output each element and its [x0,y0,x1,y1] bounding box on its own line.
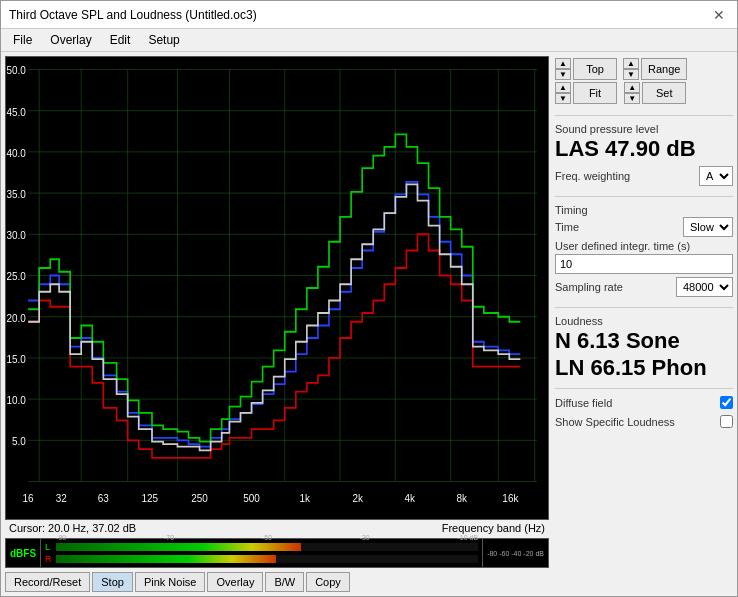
freq-weighting-row: Freq. weighting A C Z [555,166,733,186]
pink-noise-button[interactable]: Pink Noise [135,572,206,592]
copy-button[interactable]: Copy [306,572,350,592]
svg-text:45.0: 45.0 [7,105,26,118]
range-up-button[interactable]: ▲ [623,58,639,69]
range-set-group: ▲ ▼ Range ▲ ▼ Set [623,58,687,104]
svg-text:63: 63 [98,491,109,504]
spl-section: Sound pressure level LAS 47.90 dB [555,123,733,162]
vu-r-row: R [45,554,478,565]
window-title: Third Octave SPL and Loudness (Untitled.… [9,8,257,22]
overlay-button[interactable]: Overlay [207,572,263,592]
time-select[interactable]: Slow Fast [683,217,733,237]
top-up-button[interactable]: ▲ [555,58,571,69]
vu-right-ticks: -80 -60 -40 -20 dB [483,538,549,568]
menu-overlay[interactable]: Overlay [42,31,99,49]
svg-text:35.0: 35.0 [7,188,26,201]
svg-text:5.0: 5.0 [12,435,26,448]
vu-l-label: L [45,542,53,552]
time-row: Time Slow Fast [555,217,733,237]
top-range-controls: ▲ ▼ Top ▲ ▼ Fit [555,58,733,104]
chart-area: dB Third octave SPL ARTA [5,56,549,592]
fit-down-button[interactable]: ▼ [555,93,571,104]
fit-label[interactable]: Fit [573,82,617,104]
loudness-n-value: N 6.13 Sone [555,328,733,354]
set-down-button[interactable]: ▼ [624,93,640,104]
close-button[interactable]: ✕ [709,7,729,23]
top-fit-group: ▲ ▼ Top ▲ ▼ Fit [555,58,617,104]
title-bar: Third Octave SPL and Loudness (Untitled.… [1,1,737,29]
vu-r-label: R [45,554,53,564]
svg-text:16k: 16k [502,491,519,504]
top-down-button[interactable]: ▼ [555,69,571,80]
sampling-rate-select[interactable]: 48000 44100 [676,277,733,297]
set-spinner: ▲ ▼ [624,82,640,104]
right-panel: ▲ ▼ Top ▲ ▼ Fit [555,56,733,592]
menu-file[interactable]: File [5,31,40,49]
svg-text:32: 32 [56,491,67,504]
freq-weighting-label: Freq. weighting [555,170,630,182]
dbfs-label: dBFS [10,548,36,559]
menu-setup[interactable]: Setup [140,31,187,49]
menu-bar: File Overlay Edit Setup [1,29,737,52]
loudness-section: Loudness N 6.13 Sone LN 66.15 Phon [555,315,733,381]
vu-l-fill [56,543,301,551]
menu-edit[interactable]: Edit [102,31,139,49]
range-spinner: ▲ ▼ [623,58,639,80]
vu-l-row: L -90-70-50-30-10 dB [45,542,478,553]
range-label[interactable]: Range [641,58,687,80]
svg-text:8k: 8k [456,491,467,504]
bottom-buttons: Record/Reset Stop Pink Noise Overlay B/W… [5,572,549,592]
stop-button[interactable]: Stop [92,572,133,592]
freq-weighting-select[interactable]: A C Z [699,166,733,186]
svg-text:4k: 4k [404,491,415,504]
vu-r-fill [56,555,275,563]
svg-text:40.0: 40.0 [7,146,26,159]
freq-label: Frequency band (Hz) [442,522,545,534]
divider-4 [555,388,733,389]
spl-section-label: Sound pressure level [555,123,733,135]
fit-row: ▲ ▼ Fit [555,82,617,104]
fit-up-button[interactable]: ▲ [555,82,571,93]
chart-container: dB Third octave SPL ARTA [5,56,549,520]
vu-l-bar: -90-70-50-30-10 dB [56,543,478,551]
svg-text:10.0: 10.0 [7,394,26,407]
loudness-section-label: Loudness [555,315,733,327]
dbfs-label-box: dBFS [5,538,41,568]
fit-spinner: ▲ ▼ [555,82,571,104]
cursor-text: Cursor: 20.0 Hz, 37.02 dB [9,522,136,534]
user-defined-label: User defined integr. time (s) [555,240,690,252]
svg-text:500: 500 [243,491,260,504]
svg-text:15.0: 15.0 [7,352,26,365]
sampling-rate-label: Sampling rate [555,281,623,293]
divider-2 [555,196,733,197]
svg-text:20.0: 20.0 [7,311,26,324]
diffuse-field-label: Diffuse field [555,397,612,409]
svg-text:250: 250 [191,491,208,504]
svg-text:1k: 1k [299,491,310,504]
timing-section-label: Timing [555,204,733,216]
range-down-button[interactable]: ▼ [623,69,639,80]
spl-value: LAS 47.90 dB [555,136,733,162]
set-label[interactable]: Set [642,82,686,104]
bw-button[interactable]: B/W [265,572,304,592]
vu-r-bar [56,555,478,563]
time-label: Time [555,221,579,233]
range-row: ▲ ▼ Range [623,58,687,80]
user-defined-input[interactable] [555,254,733,274]
chart-svg: 50.0 45.0 40.0 35.0 30.0 25.0 20.0 15.0 … [6,57,548,519]
svg-text:50.0: 50.0 [7,64,26,77]
set-up-button[interactable]: ▲ [624,82,640,93]
divider-1 [555,115,733,116]
vu-meter: L -90-70-50-30-10 dB R [41,538,483,568]
diffuse-field-row: Diffuse field [555,396,733,409]
timing-section: Timing Time Slow Fast User defined integ… [555,204,733,300]
loudness-ln-value: LN 66.15 Phon [555,355,733,381]
record-reset-button[interactable]: Record/Reset [5,572,90,592]
top-label[interactable]: Top [573,58,617,80]
main-area: dB Third octave SPL ARTA [1,52,737,596]
svg-text:25.0: 25.0 [7,270,26,283]
main-window: Third Octave SPL and Loudness (Untitled.… [0,0,738,597]
set-row: ▲ ▼ Set [624,82,686,104]
diffuse-field-checkbox[interactable] [720,396,733,409]
show-specific-checkbox[interactable] [720,415,733,428]
top-spinner: ▲ ▼ [555,58,571,80]
